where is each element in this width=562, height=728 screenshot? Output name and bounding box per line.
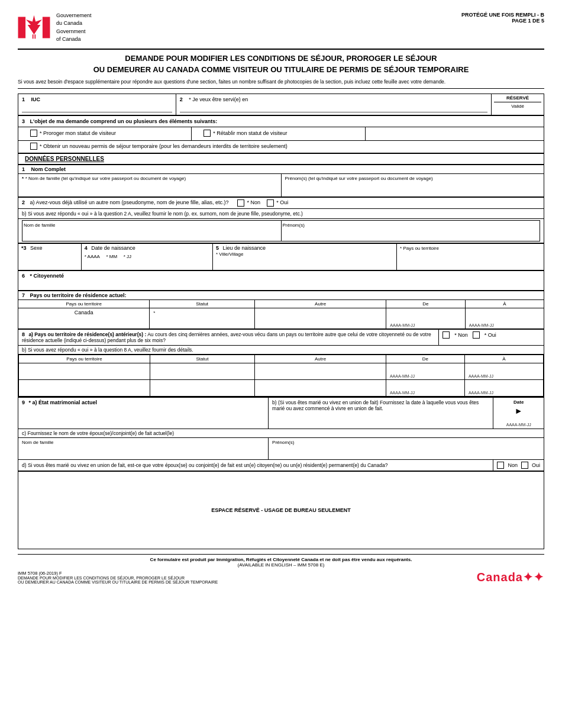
option2-cell: * Rétablir mon statut de visiteur — [192, 127, 365, 140]
section8b-text: b) Si vous avez répondu « oui » à la que… — [18, 345, 544, 354]
s8-col2: Statut — [150, 355, 254, 363]
residences-anterieures-table: 8 a) Pays ou territoire de résidence(s) … — [18, 329, 544, 397]
footer-left: IMM 5708 (06-2019) F DEMANDE POUR MODIFI… — [18, 571, 218, 584]
epoux-prenom-cell: Prénom(s) — [269, 437, 544, 459]
page-header: Gouvernement du Canada Government of Can… — [18, 12, 544, 43]
autre-nom-inputs: Nom de famille Prénom(s) — [18, 218, 544, 243]
iuc-input[interactable] — [22, 104, 172, 112]
footer-bottom-text: DEMANDE POUR MODIFIER LES CONDITIONS DE … — [18, 576, 218, 584]
autre-value-cell — [255, 308, 386, 328]
form-subtitle: Si vous avez besoin d'espace supplémenta… — [18, 79, 544, 85]
section9d-text: d) Si vous êtes marié ou vivez en union … — [18, 459, 493, 471]
col-pays-label: Pays ou territoire — [18, 299, 150, 308]
svg-rect-1 — [43, 17, 50, 38]
s8-row2-statut — [150, 379, 254, 396]
s8-col5: À — [464, 355, 543, 363]
footer-english: (AVAILABLE IN ENGLISH – IMM 5708 E) — [18, 562, 544, 568]
s8-row1-a: AAAA-MM-JJ — [464, 363, 543, 379]
epoux-nom-cell: Nom de famille — [18, 437, 269, 459]
espace-reserve-table: ESPACE RÉSERVÉ - USAGE DE BUREAU SEULEME… — [18, 471, 544, 549]
s8-row1-statut — [150, 363, 254, 379]
col-a-label: À — [465, 299, 544, 308]
option2-checkbox-item: * Rétablir mon statut de visiteur — [204, 130, 287, 137]
retablir-checkbox[interactable] — [204, 130, 211, 137]
residence-actuelle-table: 7 Pays ou territoire de résidence actuel… — [18, 291, 544, 329]
sexe-dob-lieu-table: *3 Sexe 4 Date de naissance * AAAA * MM … — [18, 243, 544, 270]
dob-header: 4 Date de naissance * AAAA * MM * JJ — [81, 243, 212, 270]
statut-value-cell: * — [150, 308, 255, 328]
svg-marker-2 — [26, 15, 42, 34]
s8-col3: Autre — [255, 355, 386, 363]
a-value-cell: AAAA-MM-JJ — [465, 308, 544, 328]
proroger-checkbox[interactable] — [30, 130, 37, 137]
canada-logo — [18, 14, 50, 41]
donnees-title-table: DONNÉES PERSONNELLES — [18, 153, 544, 165]
de-value-cell: AAAA-MM-JJ — [386, 308, 465, 328]
option3-full-cell: * Obtenir un nouveau permis de séjour te… — [18, 140, 544, 153]
section8a-options: * Non * Oui — [439, 329, 544, 345]
section8-cols: Pays ou territoire Statut Autre De À AAA… — [18, 354, 544, 397]
option3-cell — [365, 127, 544, 140]
s9-oui-checkbox[interactable] — [521, 462, 528, 469]
s8-row2-de: AAAA-MM-JJ — [386, 379, 464, 396]
footer-main-text: Ce formulaire est produit par Immigratio… — [18, 557, 544, 562]
top-section-table: 1 IUC 2 * Je veux être servi(e) en RÉSER… — [18, 94, 544, 115]
nom-famille-cell: * * Nom de famille (tel qu'indiqué sur v… — [18, 173, 282, 197]
col-statut-label: Statut — [150, 299, 255, 308]
autre-prenom-cell: Prénom(s) — [281, 220, 540, 241]
s8-row2-pays — [19, 379, 150, 396]
s8-row1-de: AAAA-MM-JJ — [386, 363, 464, 379]
autre-nom-header: 2 a) Avez-vous déjà utilisé un autre nom… — [18, 197, 544, 208]
government-text: Gouvernement du Canada Government of Can… — [56, 12, 92, 43]
nom-complet-header: 1 Nom Complet — [18, 165, 544, 173]
col-autre-label: Autre — [255, 299, 386, 308]
prenom-cell: Prénom(s) (tel qu'indiqué sur votre pass… — [281, 173, 544, 197]
donnees-title-cell: DONNÉES PERSONNELLES — [18, 153, 544, 164]
s8-col4: De — [386, 355, 464, 363]
nom-complet-table: 1 Nom Complet * * Nom de famille (tel qu… — [18, 165, 544, 197]
reserved-cell: RÉSERVÉ Validé — [492, 94, 544, 115]
oui-checkbox[interactable] — [267, 199, 274, 207]
section9c-header: c) Fournissez le nom de votre époux(se)/… — [18, 429, 544, 437]
s8-row2-a: AAAA-MM-JJ — [464, 379, 543, 396]
svg-rect-0 — [18, 17, 26, 38]
form-number: IMM 5708 (06-2019) F — [18, 571, 218, 576]
sexe-header: *3 Sexe — [18, 243, 82, 270]
section8-oui-checkbox[interactable] — [473, 331, 480, 339]
s9-non-checkbox[interactable] — [497, 462, 504, 469]
servi-cell: 2 * Je veux être servi(e) en — [176, 94, 491, 115]
nouveau-permis-checkbox[interactable] — [30, 143, 37, 150]
page-footer: Ce formulaire est produit par Immigratio… — [18, 554, 544, 584]
section9b-date-cell: Date ► AAAA-MM-JJ — [493, 397, 544, 429]
canada-cell: Canada — [18, 308, 150, 328]
iuc-cell: 1 IUC — [18, 94, 176, 115]
citoyennete-cell: 6 * Citoyenneté — [18, 270, 544, 290]
col-de-label: De — [386, 299, 465, 308]
autre-nom-desc: b) Si vous avez répondu « oui » à la que… — [18, 208, 544, 218]
section9a-cell: 9 * a) État matrimonial actuel — [18, 397, 269, 429]
autre-nom-famille-cell: Nom de famille — [22, 220, 282, 241]
residence-header: 7 Pays ou territoire de résidence actuel… — [18, 291, 544, 299]
pays-territoire-header: * Pays ou territoire — [397, 243, 544, 270]
non-checkbox[interactable] — [237, 199, 244, 207]
title-line1: DEMANDE POUR MODIFIER LES CONDITIONS DE … — [125, 54, 437, 63]
servi-input[interactable] — [180, 104, 487, 112]
section9b-cell: b) (Si vous êtes marié ou vivez en union… — [269, 397, 493, 429]
option1-cell: * Proroger mon statut de visiteur — [18, 127, 192, 140]
s8-row1-autre — [255, 363, 386, 379]
section3-table: 3 L'objet de ma demande comprend un ou p… — [18, 115, 544, 153]
form-title: DEMANDE POUR MODIFIER LES CONDITIONS DE … — [18, 49, 544, 88]
footer-bottom: IMM 5708 (06-2019) F DEMANDE POUR MODIFI… — [18, 570, 544, 584]
autre-nom-table: 2 a) Avez-vous déjà utilisé un autre nom… — [18, 197, 544, 243]
espace-reserve-cell: ESPACE RÉSERVÉ - USAGE DE BUREAU SEULEME… — [18, 471, 544, 549]
section3-header: 3 L'objet de ma demande comprend un ou p… — [18, 115, 544, 127]
canada-wordmark: Canada✦✦ — [477, 570, 544, 584]
s8-col1: Pays ou territoire — [19, 355, 150, 363]
canada-dots: ✦✦ — [523, 571, 544, 584]
lieu-naissance-header: 5 Lieu de naissance * Ville/Village — [212, 243, 396, 270]
section8-non-checkbox[interactable] — [443, 331, 450, 339]
option3-checkbox-item: * Obtenir un nouveau permis de séjour te… — [30, 143, 288, 150]
section9d-options: Non Oui — [493, 459, 544, 471]
option1-checkbox-item: * Proroger mon statut de visiteur — [30, 130, 116, 137]
section8a-text: 8 a) Pays ou territoire de résidence(s) … — [18, 329, 439, 345]
